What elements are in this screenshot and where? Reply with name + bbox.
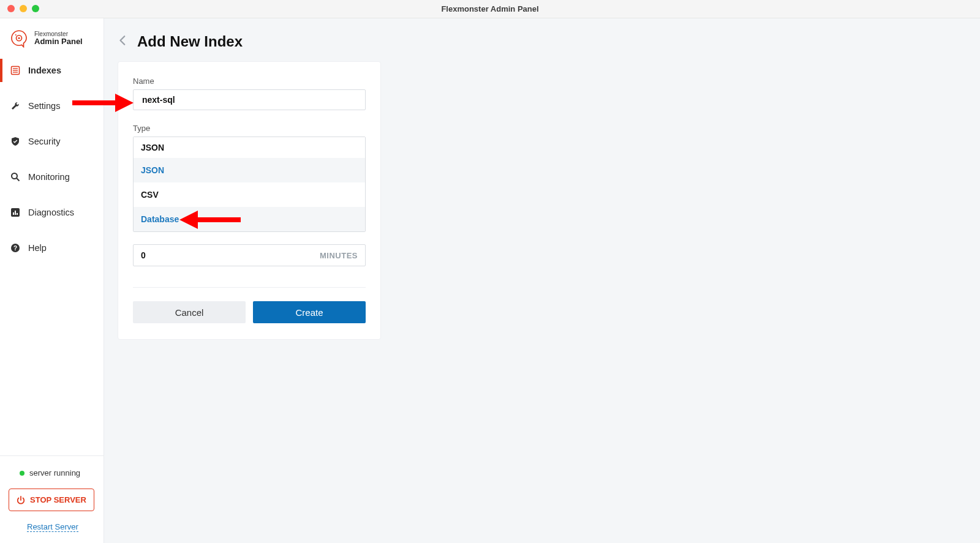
create-button[interactable]: Create (253, 301, 366, 323)
stop-server-label: STOP SERVER (30, 495, 86, 504)
svg-line-8 (17, 178, 20, 181)
sidebar-item-label: Diagnostics (28, 208, 74, 217)
window-titlebar: Flexmonster Admin Panel (0, 0, 980, 18)
minutes-unit: MINUTES (320, 251, 358, 260)
window-title: Flexmonster Admin Panel (441, 4, 538, 13)
sidebar-bottom: server running STOP SERVER Restart Serve… (0, 455, 104, 543)
stop-server-button[interactable]: STOP SERVER (9, 489, 94, 511)
sidebar-item-label: Settings (28, 101, 60, 111)
type-option-csv[interactable]: CSV (134, 182, 365, 207)
svg-point-1 (18, 37, 20, 39)
name-label: Name (133, 77, 366, 86)
flexmonster-logo-icon (10, 29, 28, 48)
add-index-card: Name Type JSON JSON CSV Database (118, 61, 381, 340)
search-icon (10, 171, 21, 182)
type-option-json[interactable]: JSON (134, 158, 365, 182)
type-selected-value[interactable]: JSON (134, 137, 365, 158)
name-field-wrapper (133, 89, 366, 110)
main-content: Add New Index Name Type JSON JSON CSV (104, 18, 980, 543)
server-status: server running (9, 468, 95, 477)
traffic-lights (7, 5, 39, 12)
svg-rect-12 (17, 213, 18, 215)
wrench-icon (10, 100, 21, 111)
form-actions: Cancel Create (133, 287, 366, 323)
sidebar-item-monitoring[interactable]: Monitoring (0, 165, 104, 189)
sidebar-item-label: Monitoring (28, 172, 70, 182)
chart-icon (10, 207, 21, 218)
sidebar-item-settings[interactable]: Settings (0, 94, 104, 118)
sidebar-item-diagnostics[interactable]: Diagnostics (0, 201, 104, 224)
minutes-value: 0 (141, 250, 146, 260)
restart-server-link[interactable]: Restart Server (27, 522, 78, 532)
status-dot-icon (20, 471, 24, 476)
sidebar-item-label: Indexes (28, 66, 61, 75)
maximize-window-icon[interactable] (32, 5, 39, 12)
svg-point-7 (12, 173, 17, 179)
sidebar-item-help[interactable]: ? Help (0, 236, 104, 260)
cancel-button[interactable]: Cancel (133, 301, 246, 323)
server-status-text: server running (29, 468, 80, 477)
app-brand: Flexmonster Admin Panel (0, 18, 104, 59)
page-title: Add New Index (137, 33, 243, 50)
sidebar-item-label: Security (28, 137, 60, 146)
sidebar-nav: Indexes Settings Security (0, 59, 104, 272)
page-header: Add New Index (118, 33, 967, 50)
indexes-icon (10, 65, 21, 76)
svg-point-2 (15, 34, 17, 36)
type-label: Type (133, 124, 366, 133)
help-icon: ? (10, 242, 21, 253)
shield-icon (10, 136, 21, 147)
close-window-icon[interactable] (7, 5, 15, 12)
brand-big-text: Admin Panel (34, 37, 83, 46)
back-arrow-icon[interactable] (118, 35, 129, 48)
minutes-field[interactable]: 0 MINUTES (133, 244, 366, 266)
sidebar: Flexmonster Admin Panel Indexes Settings (0, 18, 104, 543)
type-option-database[interactable]: Database (134, 207, 365, 231)
svg-rect-10 (13, 212, 14, 215)
type-select[interactable]: JSON JSON CSV Database (133, 137, 366, 232)
power-icon (17, 496, 25, 504)
sidebar-item-indexes[interactable]: Indexes (0, 59, 104, 82)
sidebar-item-security[interactable]: Security (0, 130, 104, 153)
type-options-list: JSON CSV Database (134, 158, 365, 231)
svg-rect-11 (15, 211, 16, 215)
name-input[interactable] (141, 94, 358, 105)
sidebar-item-label: Help (28, 243, 47, 253)
svg-text:?: ? (13, 245, 17, 252)
minimize-window-icon[interactable] (20, 5, 27, 12)
